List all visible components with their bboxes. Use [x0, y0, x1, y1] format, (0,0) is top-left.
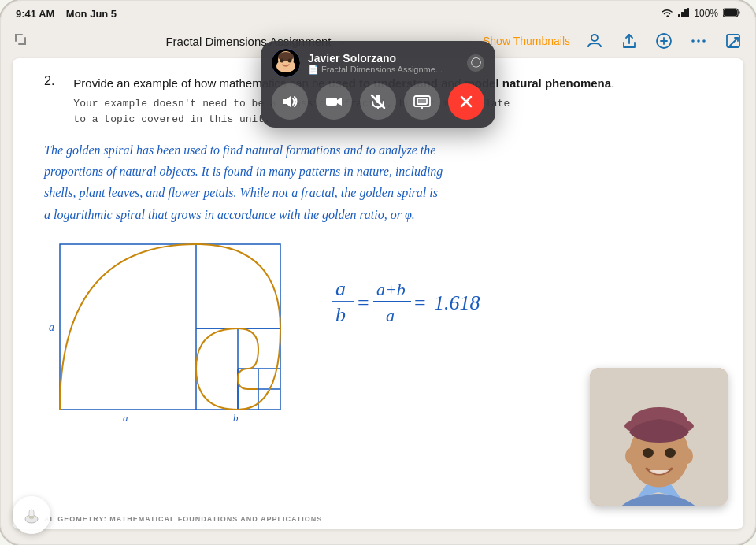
minimize-icon[interactable]: [13, 32, 28, 51]
time-display: 9:41 AM: [16, 8, 54, 20]
svg-point-40: [625, 448, 636, 464]
facetime-doc-info: 📄 Fractal Dimensions Assignme...: [308, 65, 459, 75]
svg-rect-57: [417, 98, 427, 104]
camera-feed: [590, 368, 728, 506]
svg-text:b: b: [335, 303, 346, 326]
handwritten-answer: The golden spiral has been used to find …: [44, 139, 712, 225]
facetime-info: Javier Solorzano 📄 Fractal Dimensions As…: [308, 52, 459, 75]
facetime-header: Javier Solorzano 📄 Fractal Dimensions As…: [272, 49, 484, 77]
question-number: 2.: [44, 74, 54, 127]
svg-rect-13: [60, 244, 280, 410]
facetime-volume-button[interactable]: [272, 83, 308, 120]
handwritten-line2: proportions of natural objects. It is fo…: [44, 161, 712, 182]
svg-rect-5: [724, 9, 737, 16]
svg-rect-2: [684, 9, 687, 17]
handwritten-line1: The golden spiral has been used to find …: [44, 139, 712, 161]
svg-point-7: [591, 35, 598, 41]
facetime-end-button[interactable]: [448, 83, 484, 120]
svg-text:b: b: [233, 412, 239, 424]
markup-icon[interactable]: [654, 31, 674, 51]
contacts-icon[interactable]: [584, 31, 605, 51]
svg-rect-6: [739, 11, 740, 14]
status-bar: 9:41 AM Mon Jun 5: [0, 0, 756, 24]
svg-point-49: [288, 59, 292, 63]
toolbar-left: [13, 32, 28, 51]
svg-point-48: [280, 59, 284, 63]
ipad-frame: 9:41 AM Mon Jun 5: [0, 0, 756, 545]
question-end: .: [611, 76, 614, 90]
svg-rect-62: [29, 516, 34, 518]
eraser-tool[interactable]: [13, 496, 50, 534]
battery-percent: 100%: [694, 8, 718, 19]
facetime-camera-button[interactable]: [316, 83, 352, 120]
more-icon[interactable]: [688, 31, 709, 51]
svg-text:1.618: 1.618: [434, 291, 480, 314]
svg-point-11: [702, 39, 706, 43]
signal-icon: [678, 8, 689, 20]
facetime-controls: [272, 83, 484, 120]
handwritten-line4: a logarithmic spiral that grows in accor…: [44, 204, 712, 225]
edit-icon[interactable]: [723, 31, 743, 51]
battery-icon: [723, 8, 740, 20]
facetime-avatar: [272, 49, 300, 77]
svg-rect-3: [687, 8, 689, 17]
svg-text:a: a: [335, 277, 346, 300]
facetime-doc-icon: 📄: [308, 65, 319, 75]
main-content: 2. Provide an example of how mathematics…: [13, 58, 743, 529]
svg-text:=: =: [358, 291, 369, 314]
spiral-diagram: a a b: [44, 236, 296, 425]
svg-text:a: a: [386, 306, 395, 325]
handwritten-line3: shells, plant leaves, and flower petals.…: [44, 182, 712, 203]
facetime-overlay: Javier Solorzano 📄 Fractal Dimensions As…: [261, 41, 495, 128]
facetime-screen-button[interactable]: [404, 83, 440, 120]
wifi-icon: [661, 8, 673, 20]
bottom-label: AL GEOMETRY: MATHEMATICAL FOUNDATIONS AN…: [44, 515, 322, 523]
svg-rect-0: [678, 14, 680, 17]
status-right: 100%: [661, 8, 740, 20]
toolbar-right: Show Thumbnails: [483, 31, 743, 51]
facetime-mute-button[interactable]: [360, 83, 396, 120]
svg-point-43: [665, 448, 676, 458]
svg-rect-1: [681, 12, 684, 17]
svg-rect-50: [326, 98, 337, 106]
date-display: Mon Jun 5: [66, 8, 117, 20]
facetime-info-button[interactable]: ⓘ: [467, 54, 484, 72]
svg-point-9: [691, 39, 695, 43]
svg-text:a: a: [123, 412, 128, 424]
show-thumbnails-button[interactable]: Show Thumbnails: [483, 35, 570, 47]
svg-text:a: a: [49, 321, 54, 333]
svg-text:a+b: a+b: [376, 280, 406, 299]
facetime-caller-name: Javier Solorzano: [308, 52, 459, 65]
svg-point-41: [682, 448, 693, 464]
svg-point-42: [643, 448, 654, 458]
svg-text:=: =: [414, 291, 426, 314]
formula-area: a b = a+b a = 1.618: [328, 236, 712, 339]
facetime-doc-name: Fractal Dimensions Assignme...: [321, 65, 443, 74]
svg-point-10: [697, 39, 700, 43]
status-time: 9:41 AM Mon Jun 5: [16, 8, 117, 20]
share-icon[interactable]: [619, 31, 639, 51]
